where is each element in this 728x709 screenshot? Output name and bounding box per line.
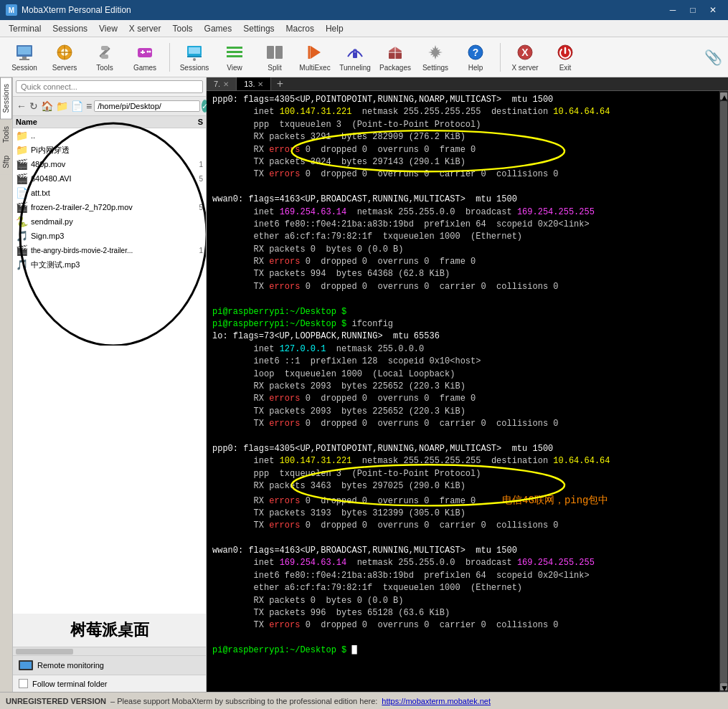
split-button[interactable]: Split bbox=[256, 40, 293, 75]
vtab-sftp[interactable]: Sftp bbox=[0, 149, 12, 175]
terminal-line: TX errors 0 dropped 0 overruns 0 carrier… bbox=[212, 619, 722, 632]
tunneling-button[interactable]: Tunneling bbox=[336, 40, 374, 75]
list-item[interactable]: 🎬 640480.AVI 5 bbox=[13, 171, 206, 186]
terminal-line: inet 100.147.31.221 netmask 255.255.255.… bbox=[212, 106, 722, 118]
menu-macros[interactable]: Macros bbox=[280, 22, 320, 35]
games-button[interactable]: Games bbox=[126, 40, 164, 75]
list-item[interactable]: 📄 att.txt bbox=[13, 186, 206, 200]
menu-games[interactable]: Games bbox=[199, 22, 238, 35]
list-item[interactable]: 🎵 中文测试.mp3 bbox=[13, 257, 206, 272]
follow-folder-checkbox[interactable] bbox=[19, 679, 28, 688]
svg-rect-17 bbox=[189, 47, 200, 54]
tab-close-7[interactable]: ✕ bbox=[223, 80, 229, 88]
help-button[interactable]: ? Help bbox=[457, 40, 494, 75]
terminal-line: TX packets 996 bytes 65128 (63.6 KiB) bbox=[212, 607, 722, 619]
terminal-line bbox=[212, 293, 722, 305]
fm-back-button[interactable]: ← bbox=[16, 98, 27, 114]
fm-home-button[interactable]: 🏠 bbox=[40, 98, 54, 114]
terminal-line: pi@raspberrypi:~/Desktop $ bbox=[212, 306, 722, 318]
fm-newfile-button[interactable]: 📄 bbox=[70, 98, 84, 114]
tab-add-button[interactable]: + bbox=[271, 77, 288, 90]
vtab-sessions[interactable]: Sessions bbox=[0, 77, 12, 120]
menu-sessions[interactable]: Sessions bbox=[47, 22, 93, 35]
list-item[interactable]: 🎬 480p.mov 1 bbox=[13, 157, 206, 171]
menu-help[interactable]: Help bbox=[320, 22, 349, 35]
svg-rect-10 bbox=[101, 54, 108, 59]
file-list: 📁 .. 📁 Pi内网穿透 🎬 480p.mov 1 🎬 640480.AVI bbox=[13, 128, 206, 614]
toolbar-right: 📎 bbox=[704, 49, 722, 66]
horizontal-scrollbar[interactable] bbox=[13, 647, 206, 655]
split-label: Split bbox=[268, 64, 281, 72]
fm-refresh-button[interactable]: ↻ bbox=[29, 98, 39, 114]
terminal-line: lo: flags=73<UP,LOOPBACK,RUNNING> mtu 65… bbox=[212, 330, 722, 343]
fm-newfolder-button[interactable]: 📁 bbox=[55, 98, 69, 114]
tools-button[interactable]: Tools bbox=[86, 40, 123, 75]
menu-xserver[interactable]: X server bbox=[123, 22, 167, 35]
svg-rect-20 bbox=[227, 47, 242, 49]
annotation-text: 树莓派桌面 bbox=[13, 614, 206, 647]
fm-view-button[interactable]: ≡ bbox=[85, 98, 93, 114]
sessions-button[interactable]: Sessions bbox=[176, 40, 213, 75]
title-text: MobaXterm Personal Edition bbox=[22, 5, 131, 15]
multiexec-button[interactable]: MultiExec bbox=[296, 40, 334, 75]
packages-icon bbox=[385, 42, 405, 62]
help-label: Help bbox=[468, 64, 483, 72]
col-size-header: S bbox=[174, 118, 203, 126]
list-item[interactable]: 🎵 Sign.mp3 bbox=[13, 229, 206, 243]
file-manager-toolbar: ← ↻ 🏠 📁 📄 ≡ ✓ bbox=[13, 97, 206, 116]
svg-text:X: X bbox=[521, 47, 529, 58]
svg-rect-13 bbox=[141, 52, 145, 53]
svg-text:?: ? bbox=[473, 47, 479, 58]
tools-label: Tools bbox=[96, 64, 113, 72]
terminal-line: TX packets 994 bytes 64368 (62.8 KiB) bbox=[212, 268, 722, 280]
terminal-scrollbar[interactable]: ▲ ▼ bbox=[719, 91, 728, 692]
terminal-line: RX errors 0 dropped 0 overruns 0 frame 0… bbox=[212, 493, 722, 508]
list-item[interactable]: 🎬 frozen-2-trailer-2_h720p.mov 5 bbox=[13, 200, 206, 214]
servers-button[interactable]: Servers bbox=[46, 40, 83, 75]
fm-path-input[interactable] bbox=[94, 100, 200, 112]
list-item[interactable]: 📁 Pi内网穿透 bbox=[13, 143, 206, 157]
vtab-tools[interactable]: Tools bbox=[0, 120, 12, 149]
menu-settings[interactable]: Settings bbox=[237, 22, 280, 35]
terminal-line: RX errors 0 dropped 0 overruns 0 frame 0 bbox=[212, 256, 722, 268]
terminal-line: TX errors 0 dropped 0 overruns 0 carrier… bbox=[212, 168, 722, 181]
multiexec-icon bbox=[305, 42, 325, 62]
packages-button[interactable]: Packages bbox=[377, 40, 414, 75]
view-label: View bbox=[227, 64, 242, 72]
list-item[interactable]: 🎬 the-angry-birds-movie-2-trailer... 1 bbox=[13, 243, 206, 257]
xserver-button[interactable]: X X server bbox=[506, 40, 544, 75]
multiexec-label: MultiExec bbox=[299, 64, 330, 72]
tab-close-13[interactable]: ✕ bbox=[257, 80, 263, 88]
menu-view[interactable]: View bbox=[93, 22, 123, 35]
terminal-line: TX errors 0 dropped 0 overruns 0 carrier… bbox=[212, 520, 722, 532]
quick-connect-area bbox=[13, 77, 206, 97]
exit-icon bbox=[555, 42, 575, 62]
video-icon: 🎬 bbox=[16, 158, 28, 170]
games-icon bbox=[135, 42, 155, 62]
terminal-line: ppp txqueuelen 3 (Point-to-Point Protoco… bbox=[212, 468, 722, 480]
exit-button[interactable]: Exit bbox=[547, 40, 584, 75]
terminal-line: TX packets 2093 bytes 225652 (220.3 KiB) bbox=[212, 406, 722, 418]
list-item[interactable]: 📁 .. bbox=[13, 128, 206, 143]
terminal-content[interactable]: ppp0: flags=4305<UP,POINTOPOINT,RUNNING,… bbox=[207, 91, 728, 660]
quick-connect-input[interactable] bbox=[16, 80, 203, 93]
menu-tools[interactable]: Tools bbox=[167, 22, 199, 35]
settings-button[interactable]: Settings bbox=[417, 40, 454, 75]
maximize-button[interactable]: □ bbox=[684, 3, 702, 17]
remote-monitoring-button[interactable]: Remote monitoring bbox=[13, 656, 206, 675]
close-button[interactable]: ✕ bbox=[704, 3, 722, 17]
menu-terminal[interactable]: Terminal bbox=[3, 22, 47, 35]
status-link[interactable]: https://mobaxterm.mobatek.net bbox=[382, 697, 491, 705]
terminal-line: inet 127.0.0.1 netmask 255.0.0.0 bbox=[212, 343, 722, 356]
minimize-button[interactable]: ─ bbox=[663, 3, 682, 17]
terminal-tab-13[interactable]: 13. ✕ bbox=[237, 77, 271, 90]
vertical-sidebar: Sessions Tools Sftp bbox=[0, 77, 13, 692]
terminal-line: wwan0: flags=4163<UP,BROADCAST,RUNNING,M… bbox=[212, 545, 722, 557]
session-button[interactable]: Session bbox=[6, 40, 43, 75]
view-button[interactable]: View bbox=[216, 40, 253, 75]
follow-folder-label: Follow terminal folder bbox=[32, 680, 108, 688]
terminal-tab-7[interactable]: 7. ✕ bbox=[207, 77, 237, 90]
python-icon: 🐍 bbox=[16, 216, 28, 227]
list-item[interactable]: 🐍 sendmail.py bbox=[13, 214, 206, 229]
svg-rect-21 bbox=[227, 51, 242, 53]
